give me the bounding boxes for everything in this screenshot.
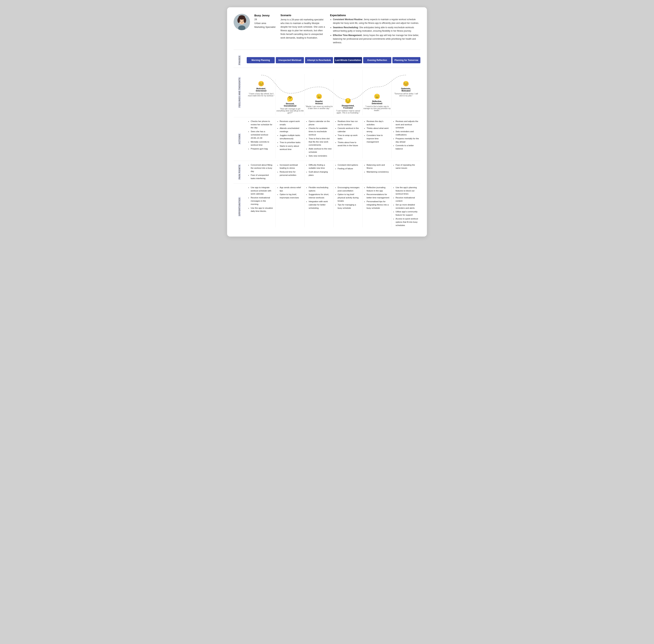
feelings-row: FEELINGS AND THOUGHTS 😊Motivated, Determ… (234, 68, 420, 117)
avatar (234, 14, 250, 30)
persona-role: Marketing Specialist (254, 25, 276, 29)
list-item: Set up more detailed reminders and alert… (396, 203, 419, 210)
feeling-quote-4: "I need to find a better way to manage m… (363, 106, 391, 112)
phases-label: PHASES (238, 55, 241, 66)
feeling-cell-2: 😐Hopeful, Anxious"Maybe I can move my wo… (305, 79, 334, 115)
pain-points-row: PAIN POINTS Concerned about fitting the … (234, 161, 420, 183)
opportunities-cells-cell-2: Flexible rescheduling optionsSuggestions… (305, 186, 334, 228)
feeling-label-1: Stressed, Overwhelmed (284, 102, 296, 107)
pain-points-cells-cell-3: Constant interruptionsFeeling of failure (334, 163, 363, 181)
opportunities-cells-list-2: Flexible rescheduling optionsSuggestions… (306, 186, 332, 210)
journey-map: PHASES Morning PlanningUnexpected Worklo… (234, 55, 420, 230)
actions-cells-cell-5: Reviews and adjusts the work and workout… (392, 120, 420, 158)
list-item: Recommendations for better time manageme… (367, 193, 390, 200)
pain-points-cells: Concerned about fitting the workout into… (247, 163, 420, 181)
list-item: Fear of unexpected tasks interfering (251, 174, 274, 180)
feeling-emoji-4: 😐 (374, 93, 380, 99)
main-card: Busy Jenny 28 Urban area Marketing Speci… (227, 7, 427, 236)
phase-cell-3: Last-Minute Cancellation (334, 57, 362, 63)
opportunities-cells-cell-4: Reflective journaling feature in the app… (363, 186, 392, 228)
opportunities-cells-list-4: Reflective journaling feature in the app… (364, 186, 390, 210)
list-item: Personalised tips for integrating fitnes… (367, 200, 390, 210)
persona-location: Urban area (254, 21, 276, 25)
phase-cell-0: Morning Planning (247, 57, 275, 63)
persona-name: Busy Jenny (254, 14, 276, 17)
feeling-label-4: Reflective, Determined (372, 100, 382, 105)
phases-cells: Morning PlanningUnexpected WorkloadAttem… (247, 57, 420, 63)
list-item: Attends unscheduled meetings (280, 127, 303, 133)
feeling-cell-5: 😊Optimistic, Motivated"Tomorrow will be … (392, 79, 420, 115)
feeling-cell-3: 😔Disappointed, Frustrated"I can't believ… (334, 70, 363, 115)
list-item: Option to log brief physical activity du… (338, 193, 361, 203)
list-item: Sets new reminders (309, 154, 332, 158)
scenario-text: Jenny is a 28-year-old marketing special… (281, 18, 326, 40)
list-item: Concerned about fitting the workout into… (251, 163, 274, 173)
list-item: Receive motivational content (396, 196, 419, 203)
actions-cells-cell-4: Reviews the day's activitiesThinks about… (363, 120, 392, 158)
list-item: Tries to find a time slot that fits the … (309, 137, 332, 147)
list-item: Checks her phone to review her schedule … (251, 120, 274, 130)
feeling-label-0: Motivated, Determined (256, 88, 266, 92)
feeling-quote-2: "Maybe I can move my workout to a later … (306, 106, 333, 110)
list-item: Realises time has run out for workout (338, 120, 361, 127)
feelings-label: FEELINGS AND THOUGHTS (238, 77, 241, 108)
feeling-label-2: Hopeful, Anxious (315, 100, 323, 105)
feeling-cell-1: 🤔Stressed, Overwhelmed"How will I manage… (276, 74, 305, 115)
pain-points-cells-cell-1: Increased workload leading to stressRedu… (276, 163, 305, 181)
list-item: Thinks about how to avoid this in the fu… (338, 141, 361, 147)
list-item: Difficulty finding a suitable new time (309, 163, 332, 170)
phase-cell-4: Evening Reflection (363, 57, 391, 63)
feelings-label-cell: FEELINGS AND THOUGHTS (234, 70, 247, 115)
list-item: Balancing work and fitness (367, 163, 390, 170)
pain-points-cells-list-4: Balancing work and fitnessMaintaining co… (364, 163, 390, 174)
list-item: Reviews and adjusts the work and workout… (396, 120, 419, 130)
opportunities-cells-cell-3: Encouraging messages post-cancellationOp… (334, 186, 363, 228)
list-item: Utilise app's community feature for supp… (396, 210, 419, 217)
list-item: Reviews the day's activities (367, 120, 390, 127)
pain-points-cells-list-5: Fear of repeating the same issues (393, 163, 419, 170)
list-item: Prepares mentally for the day ahead (396, 137, 419, 144)
feeling-quote-0: "I have a busy day ahead, but I must mak… (247, 93, 275, 97)
list-item: Maintaining consistency (367, 170, 390, 174)
list-item: Commits to a better balance (396, 144, 419, 151)
list-item: Receives urgent work emails (280, 120, 303, 127)
list-item: Opens calendar on the phone (309, 120, 332, 127)
list-item: Juggles multiple tasks simultaneously (280, 134, 303, 140)
opportunities-cells-list-5: Use the app's planning features to block… (393, 186, 419, 227)
list-item: Use app to integrate workout schedule wi… (251, 186, 274, 196)
expectation-item: Seamless Rescheduling: She anticipates b… (333, 26, 420, 33)
feelings-cells: 😊Motivated, Determined"I have a busy day… (247, 70, 420, 115)
svg-point-4 (238, 18, 240, 23)
actions-row: ACTIONS Checks her phone to review her s… (234, 117, 420, 161)
phase-cell-5: Planning for Tomorrow (392, 57, 420, 63)
pain-points-label-cell: PAIN POINTS (234, 163, 247, 181)
feeling-cell-4: 😐Reflective, Determined"I need to find a… (363, 79, 392, 115)
pain-points-cells-list-0: Concerned about fitting the workout into… (248, 163, 274, 180)
list-item: Starts to worry about workout time (280, 144, 303, 151)
list-item: Integration with work calendar for bette… (309, 200, 332, 210)
feeling-label-5: Optimistic, Motivated (401, 88, 411, 92)
list-item: Use the app's planning features to block… (396, 186, 419, 196)
actions-cells-cell-0: Checks her phone to review her schedule … (247, 120, 276, 158)
feeling-emoji-2: 😐 (316, 93, 322, 99)
list-item: Considers how to improve time management (367, 134, 390, 143)
feeling-quote-5: "Tomorrow will be better; I will stick t… (392, 93, 420, 97)
pain-points-cells-cell-0: Concerned about fitting the workout into… (247, 163, 276, 181)
actions-cells: Checks her phone to review her schedule … (247, 120, 420, 158)
actions-cells-cell-1: Receives urgent work emailsAttends unsch… (276, 120, 305, 158)
persona-info: Busy Jenny 28 Urban area Marketing Speci… (254, 14, 276, 45)
list-item: Constant interruptions (338, 163, 361, 167)
feeling-quote-1: "How will I manage to get everything don… (276, 108, 304, 114)
actions-label-cell: ACTIONS (234, 120, 247, 158)
list-item: Tips for managing a busy schedule (338, 203, 361, 210)
expectations-list: Consistent Workout Routine: Jenny expect… (330, 18, 420, 45)
persona-scenario: Scenario Jenny is a 28-year-old marketin… (281, 14, 326, 45)
list-item: Reflective journaling feature in the app (367, 186, 390, 192)
feeling-label-3: Disappointed, Frustrated (342, 105, 354, 109)
opportunities-cells: Use app to integrate workout schedule wi… (247, 186, 420, 228)
scenario-title: Scenario (281, 14, 326, 17)
svg-point-6 (240, 21, 241, 21)
opportunities-row: OPPORTUNITIES Use app to integrate worko… (234, 183, 420, 230)
list-item: Access to quick workout options that fit… (396, 217, 419, 227)
pain-points-label: PAIN POINTS (238, 164, 241, 180)
